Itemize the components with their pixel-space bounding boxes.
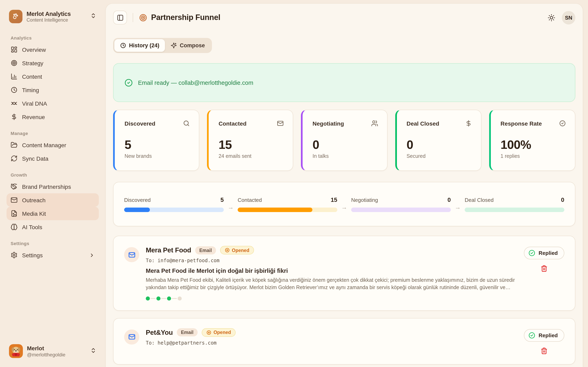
sidebar-item-outreach[interactable]: Outreach: [7, 193, 99, 207]
funnel-stage-contacted: Contacted15: [238, 196, 337, 212]
trash-icon[interactable]: [541, 347, 548, 354]
stats-row: Discovered 5 New brands Contacted 15 24 …: [113, 110, 575, 171]
stat-value: 0: [406, 138, 472, 152]
search-icon: [183, 120, 190, 127]
sidebar-item-label: Content Manager: [22, 142, 66, 148]
clock-icon: [11, 86, 17, 93]
sidebar-item-content-manager[interactable]: Content Manager: [7, 138, 99, 152]
gear-icon: [11, 252, 17, 259]
sidebar-item-settings[interactable]: Settings: [7, 248, 99, 262]
chevrons-up-down-icon: [90, 347, 96, 355]
user-name: Merlot: [27, 345, 86, 351]
outreach-email-card: Mera Pet Food Email Opened To: info@mera…: [113, 236, 575, 310]
sidebar-item-label: Media Kit: [22, 210, 46, 217]
stat-card-deal-closed: Deal Closed 0 Secured: [395, 110, 481, 171]
chevron-right-icon: [89, 252, 95, 258]
stat-value: 0: [312, 138, 378, 152]
dna-icon: [11, 100, 17, 107]
topbar: Partnership Funnel SN: [113, 9, 575, 26]
outreach-email-card: Pet&You Email Opened To: help@petpartner…: [113, 318, 575, 364]
funnel-progress-card: Discovered5 → Contacted15 → Negotiating0…: [113, 182, 575, 226]
success-banner: Email ready — collab@merlotthegoldie.com: [113, 63, 575, 102]
page-title: Partnership Funnel: [151, 13, 220, 22]
user-menu[interactable]: Merlot @merlotthegoldie: [7, 342, 99, 360]
email-to-line: To: help@petpartners.com: [146, 340, 517, 346]
stat-card-discovered: Discovered 5 New brands: [113, 110, 199, 171]
sidebar-item-viral-dna[interactable]: Viral DNA: [7, 97, 99, 110]
dollar-icon: [11, 113, 17, 120]
target-icon: [11, 59, 17, 67]
stat-subtitle: Secured: [406, 153, 472, 159]
email-to-line: To: info@mera-petfood.com: [146, 258, 517, 263]
user-avatar: [9, 344, 23, 358]
sidebar-item-revenue[interactable]: Revenue: [7, 110, 99, 124]
section-label-analytics: Analytics: [11, 35, 95, 40]
check-circle-icon: [125, 78, 133, 87]
chevrons-up-down-icon: [90, 13, 96, 20]
dashboard-icon: [11, 46, 17, 53]
email-brand-name: Pet&You: [146, 328, 173, 336]
sparkles-icon: [171, 42, 177, 49]
tab-compose[interactable]: Compose: [165, 39, 211, 52]
eye-icon: [206, 330, 212, 335]
bar-chart-icon: [11, 73, 17, 80]
sidebar-item-label: AI Tools: [22, 224, 42, 230]
stat-value: 15: [218, 138, 284, 152]
sidebar-item-label: Overview: [22, 46, 46, 53]
funnel-stage-deal-closed: Deal Closed0: [465, 196, 564, 212]
progress-dots: [146, 296, 517, 300]
file-image-icon: [11, 210, 17, 217]
brand-subtitle: Content Intelligence: [26, 17, 86, 22]
brand-logo: [9, 10, 22, 23]
check-circle-icon: [528, 332, 535, 339]
mail-icon: [124, 247, 139, 262]
sidebar-item-overview[interactable]: Overview: [7, 43, 99, 56]
sidebar-item-ai-tools[interactable]: AI Tools: [7, 220, 99, 234]
sidebar-item-strategy[interactable]: Strategy: [7, 56, 99, 70]
panel-left-icon: [117, 14, 123, 21]
sidebar-item-sync-data[interactable]: Sync Data: [7, 152, 99, 165]
target-icon: [139, 13, 147, 22]
sidebar-item-label: Timing: [22, 87, 39, 93]
user-handle: @merlotthegoldie: [27, 352, 86, 358]
folder-open-icon: [11, 142, 17, 149]
tab-history[interactable]: History (24): [114, 39, 165, 52]
sidebar-item-label: Strategy: [22, 60, 43, 66]
sidebar-item-label: Sync Data: [22, 155, 48, 162]
sun-icon: [548, 14, 555, 21]
sidebar-item-media-kit[interactable]: Media Kit: [7, 207, 99, 220]
arrow-icon: →: [337, 198, 351, 210]
refresh-icon: [11, 155, 17, 162]
funnel-stage-negotiating: Negotiating0: [351, 196, 451, 212]
banner-text: Email ready — collab@merlotthegoldie.com: [138, 79, 253, 86]
main-panel: Partnership Funnel SN History (24) Compo…: [105, 3, 583, 367]
funnel-stage-discovered: Discovered5: [124, 196, 224, 212]
sidebar-item-label: Settings: [22, 252, 85, 258]
stat-subtitle: 24 emails sent: [218, 153, 284, 159]
arrow-icon: →: [224, 198, 238, 210]
mail-icon: [124, 329, 139, 344]
theme-toggle-button[interactable]: [548, 14, 555, 21]
sidebar-item-label: Content: [22, 73, 42, 80]
email-preview: Merhaba Mera Pet Food ekibi, Kaliteli iç…: [146, 277, 517, 291]
workspace-switcher[interactable]: Merlot Analytics Content Intelligence: [7, 8, 99, 25]
stat-card-contacted: Contacted 15 24 emails sent: [207, 110, 293, 171]
arrow-icon: →: [451, 198, 465, 210]
check-circle-icon: [559, 120, 566, 127]
status-badge-opened: Opened: [202, 328, 236, 337]
sidebar-item-timing[interactable]: Timing: [7, 83, 99, 97]
replied-button[interactable]: Replied: [524, 247, 564, 259]
trash-icon[interactable]: [541, 265, 548, 272]
sidebar-toggle-button[interactable]: [113, 11, 127, 25]
eye-icon: [225, 248, 230, 253]
brand-title: Merlot Analytics: [26, 11, 86, 17]
check-circle-icon: [528, 250, 535, 257]
account-avatar[interactable]: SN: [562, 11, 575, 24]
divider: [133, 13, 133, 22]
sidebar-item-content[interactable]: Content: [7, 70, 99, 83]
dollar-icon: [465, 120, 472, 127]
stat-card-negotiating: Negotiating 0 In talks: [301, 110, 387, 171]
brain-icon: [11, 224, 17, 230]
replied-button[interactable]: Replied: [524, 329, 564, 342]
sidebar-item-brand-partnerships[interactable]: Brand Partnerships: [7, 180, 99, 193]
